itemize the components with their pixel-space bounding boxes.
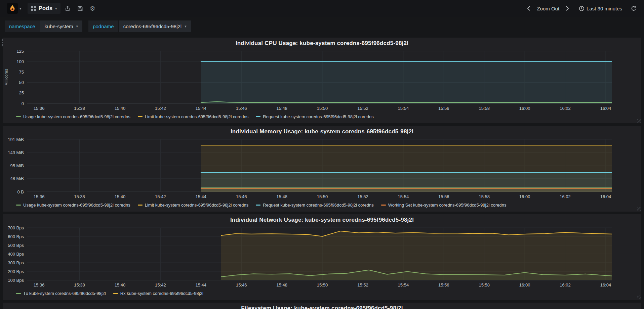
variable-value-dropdown[interactable]: coredns-695f96dcd5-98j2l ▾ <box>119 20 191 32</box>
svg-text:15:40: 15:40 <box>115 194 126 199</box>
panel-title[interactable]: Filesystem Usage: kube-system coredns-69… <box>3 303 641 309</box>
gear-icon: ⚙ <box>90 5 95 12</box>
svg-text:15:44: 15:44 <box>196 194 207 199</box>
svg-text:15:42: 15:42 <box>155 106 166 111</box>
svg-text:15:52: 15:52 <box>357 194 368 199</box>
variable-namespace: namespace kube-system ▾ <box>5 20 82 32</box>
svg-text:16:04: 16:04 <box>600 106 611 111</box>
chevron-right-icon <box>565 6 569 11</box>
svg-text:25: 25 <box>19 90 24 95</box>
share-dashboard-button[interactable] <box>62 3 73 13</box>
time-shift-back-button[interactable] <box>524 4 533 13</box>
panel-title[interactable]: Individual Memory Usage: kube-system cor… <box>3 127 641 137</box>
chart-canvas[interactable]: 0 B48 MiB95 MiB143 MiB191 MiB15:3615:381… <box>3 137 641 201</box>
svg-text:15:40: 15:40 <box>115 106 126 111</box>
chart-legend: Usage kube-system coredns-695f96dcd5-98j… <box>3 112 641 121</box>
svg-text:15:36: 15:36 <box>34 194 45 199</box>
variable-podname: podname coredns-695f96dcd5-98j2l ▾ <box>88 20 191 32</box>
save-dashboard-button[interactable] <box>75 4 86 13</box>
chart-canvas[interactable]: 025507510012515:3615:3815:4015:4215:4415… <box>3 48 641 112</box>
grafana-logo[interactable]: ▾ <box>5 2 24 15</box>
legend-item[interactable]: Usage kube-system coredns-695f96dcd5-98j… <box>16 203 130 208</box>
time-range-label: Last 30 minutes <box>587 6 622 11</box>
legend-item[interactable]: Limit kube-system coredns-695f96dcd5-98j… <box>138 114 249 119</box>
svg-text:600 Bps: 600 Bps <box>8 234 24 239</box>
legend-series-label: Tx kube-system coredns-695f96dcd5-98j2l <box>23 291 106 296</box>
svg-text:100: 100 <box>16 59 24 64</box>
refresh-button[interactable] <box>628 4 639 13</box>
svg-text:15:56: 15:56 <box>438 282 449 288</box>
legend-item[interactable]: Request kube-system coredns-695f96dcd5-9… <box>256 114 374 119</box>
time-shift-forward-button[interactable] <box>563 4 572 13</box>
svg-text:15:58: 15:58 <box>479 194 490 199</box>
caret-down-icon: ▾ <box>19 7 22 10</box>
svg-text:15:44: 15:44 <box>196 282 207 288</box>
chart-legend: Usage kube-system coredns-695f96dcd5-98j… <box>3 201 641 209</box>
legend-item[interactable]: Usage kube-system coredns-695f96dcd5-98j… <box>16 114 130 119</box>
chart-panel: Individual Memory Usage: kube-system cor… <box>3 126 641 212</box>
svg-text:48 MiB: 48 MiB <box>10 176 24 181</box>
legend-series-label: Request kube-system coredns-695f96dcd5-9… <box>263 114 374 119</box>
legend-series-label: Working Set kube-system coredns-695f96dc… <box>388 203 507 208</box>
share-icon <box>65 5 71 11</box>
panel-resize-handle[interactable] <box>637 296 641 299</box>
svg-text:15:38: 15:38 <box>74 106 85 111</box>
legend-item[interactable]: Working Set kube-system coredns-695f96dc… <box>381 203 507 208</box>
svg-text:100 Bps: 100 Bps <box>8 278 24 283</box>
svg-text:15:52: 15:52 <box>357 106 368 111</box>
zoom-out-button[interactable]: Zoom Out <box>534 4 562 13</box>
zoom-out-label: Zoom Out <box>537 6 559 11</box>
svg-text:16:00: 16:00 <box>519 106 530 111</box>
panel-title[interactable]: Individual Network Usage: kube-system co… <box>3 215 641 225</box>
svg-text:700 Bps: 700 Bps <box>8 225 24 230</box>
svg-text:300 Bps: 300 Bps <box>8 260 24 265</box>
legend-item[interactable]: Limit kube-system coredns-695f96dcd5-98j… <box>138 203 249 208</box>
variable-selected-value: coredns-695f96dcd5-98j2l <box>123 24 182 29</box>
svg-text:16:00: 16:00 <box>519 194 530 199</box>
dashboard-settings-button[interactable]: ⚙ <box>87 3 98 14</box>
panel-title[interactable]: Individual CPU Usage: kube-system coredn… <box>3 38 641 48</box>
svg-text:15:50: 15:50 <box>317 194 328 199</box>
legend-series-label: Usage kube-system coredns-695f96dcd5-98j… <box>23 203 130 208</box>
svg-text:143 MiB: 143 MiB <box>8 150 24 155</box>
svg-text:0: 0 <box>22 101 24 106</box>
save-icon <box>77 6 83 11</box>
svg-text:16:00: 16:00 <box>519 282 530 288</box>
grafana-flame-icon <box>7 3 18 14</box>
legend-item[interactable]: Tx kube-system coredns-695f96dcd5-98j2l <box>16 291 106 296</box>
chart-series[interactable] <box>221 231 612 280</box>
variable-value-dropdown[interactable]: kube-system ▾ <box>40 20 83 32</box>
legend-series-swatch-icon <box>16 116 21 117</box>
svg-text:75: 75 <box>19 70 24 75</box>
legend-series-swatch-icon <box>381 205 386 206</box>
svg-text:15:50: 15:50 <box>317 282 328 288</box>
svg-text:16:02: 16:02 <box>560 106 571 111</box>
chart-series[interactable] <box>201 145 612 192</box>
panel-resize-handle[interactable] <box>637 207 641 211</box>
svg-text:95 MiB: 95 MiB <box>10 163 24 168</box>
legend-series-swatch-icon <box>138 116 143 117</box>
variable-label: podname <box>88 20 118 32</box>
svg-text:15:56: 15:56 <box>438 106 449 111</box>
row-drag-handle[interactable] <box>0 38 3 47</box>
svg-text:15:36: 15:36 <box>34 106 45 111</box>
dashboard-picker[interactable]: Pods ▾ <box>28 3 61 14</box>
chart-series[interactable] <box>201 61 612 103</box>
legend-item[interactable]: Rx kube-system coredns-695f96dcd5-98j2l <box>113 291 203 296</box>
time-range-picker[interactable]: Last 30 minutes <box>576 4 625 13</box>
chart-canvas[interactable]: 100 Bps200 Bps300 Bps400 Bps500 Bps600 B… <box>3 225 641 289</box>
apps-grid-icon <box>31 6 36 11</box>
legend-series-swatch-icon <box>113 293 118 294</box>
legend-series-swatch-icon <box>138 205 143 206</box>
legend-series-swatch-icon <box>16 293 21 294</box>
svg-text:15:42: 15:42 <box>155 194 166 199</box>
caret-down-icon: ▾ <box>76 25 78 28</box>
svg-text:0 B: 0 B <box>17 189 24 194</box>
svg-text:15:48: 15:48 <box>276 194 287 199</box>
panel-resize-handle[interactable] <box>637 119 641 123</box>
legend-item[interactable]: Request kube-system coredns-695f96dcd5-9… <box>256 203 374 208</box>
svg-text:400 Bps: 400 Bps <box>8 252 24 257</box>
svg-text:16:02: 16:02 <box>560 282 571 288</box>
svg-text:50: 50 <box>19 80 24 85</box>
svg-text:16:02: 16:02 <box>560 194 571 199</box>
